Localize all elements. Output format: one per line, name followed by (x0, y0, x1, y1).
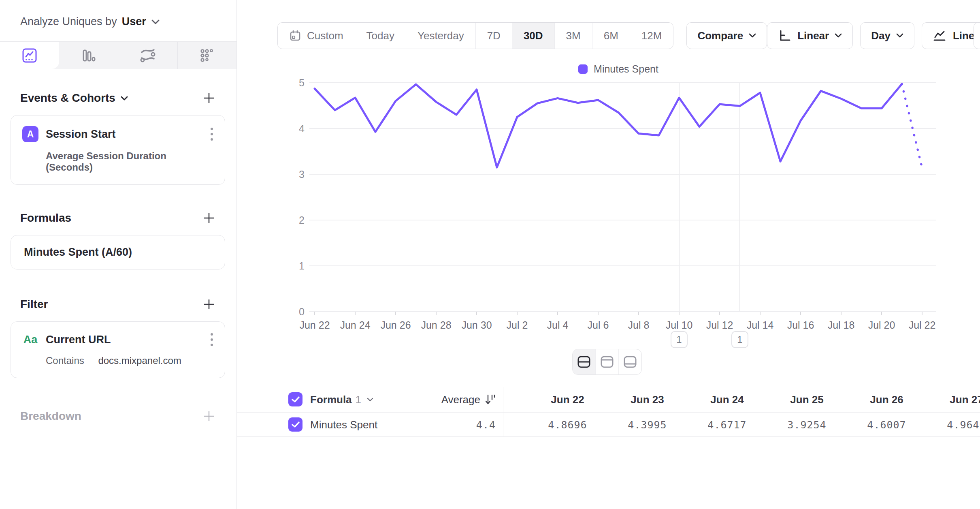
event-card-session-start[interactable]: A Session Start Average Session Duration… (11, 115, 225, 185)
report-type-tabs (0, 41, 236, 69)
main-panel: CustomTodayYesterday7D30D3M6M12M Compare… (237, 0, 980, 509)
breakdown-title: Breakdown (20, 410, 81, 423)
x-axis-tick-label: Jul 14 (747, 319, 774, 331)
events-cohorts-title: Events & Cohorts (20, 92, 115, 105)
view-toggle-chart-top-view[interactable] (595, 349, 618, 374)
x-axis-tick-label: Jun 26 (380, 319, 411, 331)
view-toggle-split-view[interactable] (573, 349, 595, 374)
formulas-header: Formulas (20, 212, 215, 225)
sort-icon (485, 394, 496, 405)
tab-insights[interactable] (0, 42, 59, 69)
chevron-down-icon[interactable] (120, 96, 128, 101)
average-header-label: Average (441, 394, 480, 406)
breakdown-header: Breakdown (20, 410, 215, 423)
tab-bar-chart[interactable] (59, 42, 118, 69)
formula-title: Minutes Spent (A/60) (24, 246, 213, 259)
series-line (315, 84, 902, 167)
x-axis-tick-label: Jul 2 (507, 319, 528, 331)
bar-chart-icon (80, 47, 96, 64)
date-column-header[interactable]: Jun 27 (927, 387, 980, 412)
flows-icon (139, 47, 156, 64)
table-header-row: Formula 1 Average Jun 22Jun 23Jun 24Jun … (237, 387, 980, 412)
view-toggle-chart-bottom-view[interactable] (618, 349, 641, 374)
average-value: 4.4 (383, 413, 496, 437)
date-column-header[interactable]: Jun 25 (767, 387, 847, 412)
filter-title: Filter (20, 298, 48, 311)
formula-group-number: 1 (356, 394, 361, 406)
analyze-uniques-header: Analyze Uniques by User (0, 0, 236, 28)
table-cell-value: 3.9254 (767, 413, 847, 437)
add-filter-button[interactable] (202, 298, 215, 311)
chart-bottom-view-icon (623, 355, 637, 369)
x-axis-tick-label: Jul 18 (828, 319, 855, 331)
event-badge-a: A (22, 126, 38, 142)
chevron-down-icon (151, 19, 160, 25)
sidebar: Analyze Uniques by User (0, 0, 237, 509)
tab-retention[interactable] (177, 42, 237, 69)
x-axis-tick-label: Jun 22 (299, 319, 330, 331)
events-cohorts-header: Events & Cohorts (20, 92, 215, 105)
analyze-label: Analyze Uniques by (20, 15, 117, 28)
chevron-down-icon (367, 398, 373, 402)
x-axis-tick-label: Jul 8 (628, 319, 650, 331)
add-formula-button[interactable] (202, 212, 215, 225)
formula-card[interactable]: Minutes Spent (A/60) (11, 235, 225, 269)
kebab-menu-icon[interactable] (210, 127, 213, 141)
filter-operator[interactable]: Contains (46, 355, 84, 366)
add-breakdown-button[interactable] (202, 410, 215, 423)
series-checkbox[interactable] (288, 417, 303, 432)
split-view-icon (577, 355, 591, 369)
table-cell-value: 4.6007 (847, 413, 927, 437)
y-axis-tick-label: 2 (299, 214, 305, 226)
line-chart[interactable]: 012345Jun 22Jun 24Jun 26Jun 28Jun 30Jul … (237, 0, 980, 385)
x-axis-tick-label: Jul 12 (706, 319, 733, 331)
x-axis-tick-label: Jul 22 (909, 319, 936, 331)
add-event-button[interactable] (202, 92, 215, 105)
formula-group-header[interactable]: Formula 1 (310, 387, 373, 412)
annotation-badge-count: 1 (676, 334, 682, 345)
y-axis-tick-label: 1 (299, 260, 305, 272)
kebab-menu-icon[interactable] (210, 332, 213, 347)
formula-checkbox[interactable] (288, 392, 303, 406)
x-axis-tick-label: Jul 10 (666, 319, 693, 331)
date-column-header[interactable]: Jun 24 (687, 387, 767, 412)
x-axis-tick-label: Jun 30 (461, 319, 492, 331)
filter-property-title: Current URL (46, 334, 111, 346)
x-axis-tick-label: Jul 20 (868, 319, 895, 331)
y-axis-tick-label: 5 (299, 77, 305, 88)
string-property-badge: Aa (22, 334, 38, 346)
line-chart-icon (21, 47, 38, 64)
chart-top-view-icon (600, 355, 614, 369)
date-column-header[interactable]: Jun 22 (528, 387, 607, 412)
x-axis-tick-label: Jul 6 (588, 319, 609, 331)
table-cell-value: 4.9640 (927, 413, 980, 437)
x-axis-tick-label: Jul 16 (787, 319, 814, 331)
annotation-badge-count: 1 (737, 334, 742, 345)
event-title: Session Start (46, 128, 116, 141)
x-axis-tick-label: Jul 4 (547, 319, 569, 331)
series-name: Minutes Spent (310, 413, 377, 437)
formulas-title: Formulas (20, 212, 71, 225)
formula-group-label: Formula (310, 394, 352, 406)
table-cell-value: 4.6717 (687, 413, 767, 437)
filter-card-current-url[interactable]: Aa Current URL Contains docs.mixpanel.co… (11, 321, 225, 378)
table-cell-value: 4.8696 (528, 413, 607, 437)
dots-grid-icon (199, 47, 215, 64)
filter-value[interactable]: docs.mixpanel.com (98, 355, 181, 366)
y-axis-tick-label: 3 (299, 169, 305, 180)
event-aggregation[interactable]: Average Session Duration (Seconds) (46, 150, 213, 173)
x-axis-tick-label: Jun 28 (421, 319, 451, 331)
average-column-header[interactable]: Average (383, 387, 496, 412)
tab-flows[interactable] (118, 42, 177, 69)
table-cell-value: 4.3995 (607, 413, 687, 437)
y-axis-tick-label: 4 (299, 123, 305, 134)
date-column-header[interactable]: Jun 23 (607, 387, 687, 412)
analyze-value-dropdown[interactable]: User (122, 15, 146, 28)
x-axis-tick-label: Jun 24 (340, 319, 370, 331)
view-layout-toggle (572, 349, 642, 375)
table-row[interactable]: Minutes Spent 4.4 4.86964.39954.67173.92… (237, 412, 980, 437)
filter-header: Filter (20, 298, 215, 311)
date-column-header[interactable]: Jun 26 (847, 387, 927, 412)
series-line-dotted-segment (902, 84, 922, 168)
y-axis-tick-label: 0 (299, 306, 305, 317)
